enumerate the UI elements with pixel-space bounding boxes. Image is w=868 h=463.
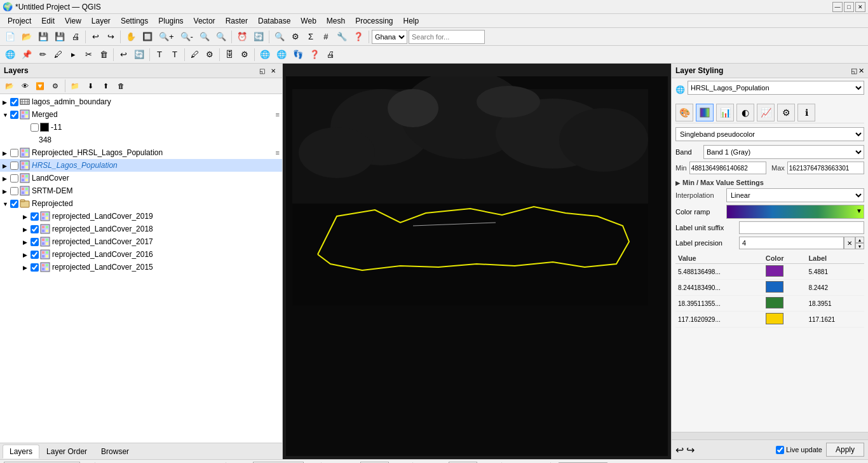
layer-visible-rephrsl[interactable] [10,149,18,157]
digitize-button[interactable]: ✏ [36,48,50,62]
refresh-button[interactable]: 🔄 [251,30,266,44]
color-table-color-3[interactable] [763,312,806,328]
cut-button[interactable]: ✂ [81,48,95,62]
undo-button[interactable]: ↩ [88,30,102,44]
search-input[interactable] [409,30,485,44]
layer-item-lc2019[interactable]: reprojected_LandCover_2019 [0,210,282,223]
save-as-button[interactable]: 💾 [52,30,67,44]
layer-visible-landcover[interactable] [10,174,18,183]
layer-visible-minus11[interactable] [31,123,39,132]
open-project-button[interactable]: 📂 [19,30,34,44]
layer-visible-lc2015[interactable] [31,263,39,272]
close-button[interactable]: ✕ [855,2,865,12]
layer-options-button[interactable]: ⚙ [48,79,62,92]
label2-button[interactable]: T [168,48,182,62]
label-precision-input[interactable] [739,237,844,249]
label-unit-suffix-input[interactable] [739,221,864,234]
plugin-button[interactable]: ⚙ [238,48,252,62]
layer-item-lc2018[interactable]: reprojected_LandCover_2018 [0,223,282,235]
color-table-color-1[interactable] [763,280,806,296]
maximize-button[interactable]: □ [844,2,854,12]
location-select[interactable]: Ghana [372,30,407,44]
layer-add-group-button[interactable]: 📁 [68,79,82,92]
layer-visible-lc2016[interactable] [31,251,39,259]
layer-item-hrsl[interactable]: HRSL_Lagos_Population [0,159,282,172]
info2-button[interactable]: ❓ [307,48,322,62]
layer-visible-lc2019[interactable] [31,212,39,221]
min-input[interactable] [689,162,766,174]
undo-style-button[interactable]: ↩ [675,444,684,456]
menu-raster[interactable]: Raster [220,15,253,27]
layer-item-348[interactable]: 348 [0,134,282,146]
menu-vector[interactable]: Vector [189,15,220,27]
save-project-button[interactable]: 💾 [36,30,51,44]
map-tips-button[interactable]: 🌐 [257,48,273,62]
menu-help[interactable]: Help [398,15,424,27]
select-button[interactable]: ▸ [66,48,80,62]
menu-layer[interactable]: Layer [86,15,116,27]
settings-button[interactable]: ⚙ [288,30,302,44]
layer-name-select[interactable]: HRSL_Lagos_Population [688,81,864,95]
styling-scrollbar-h[interactable] [672,432,868,439]
tab-layers[interactable]: Layers [3,445,39,459]
band-select[interactable]: Band 1 (Gray) [703,145,864,159]
menu-database[interactable]: Database [253,15,295,27]
time-button[interactable]: ⏰ [234,30,250,44]
map-canvas[interactable] [283,64,671,459]
pan-map-button[interactable]: 🔲 [140,30,155,44]
digitize2-button[interactable]: 🖊 [51,48,65,62]
minimize-button[interactable]: — [832,2,843,12]
menu-web[interactable]: Web [295,15,321,27]
zoom-full-button[interactable]: 🔍 [197,30,212,44]
layer-visible-lagos-admin[interactable] [10,98,18,106]
layer-item-landcover[interactable]: LandCover [0,172,282,184]
layer-visible-merged[interactable] [10,111,18,119]
layer-styling-float-button[interactable]: ◱ [851,67,857,75]
pin-button[interactable]: 📌 [19,48,34,62]
menu-project[interactable]: Project [3,15,36,27]
open-layer-button[interactable]: 📂 [3,79,17,92]
identify-button[interactable]: 🔍 [272,30,287,44]
menu-view[interactable]: View [60,15,86,27]
layer-visible-repgroup[interactable] [10,200,18,208]
menu-plugins[interactable]: Plugins [153,15,188,27]
style-singleband-button[interactable] [696,104,714,121]
zoom-selection-button[interactable]: 🔍 [214,30,229,44]
print2-button[interactable]: 🖨 [323,48,337,62]
print-button[interactable]: 🖨 [69,30,83,44]
color-table-color-0[interactable] [763,264,806,280]
web-button[interactable]: 🌐 [274,48,289,62]
merged-menu-button[interactable]: ≡ [276,111,280,118]
digitize3-button[interactable]: 🖊 [187,48,201,62]
layer-remove-button[interactable]: 🗑 [114,79,128,92]
layer-visible-srtm[interactable] [10,187,18,195]
gps-button[interactable]: 👣 [290,48,306,62]
label-precision-down-button[interactable]: ▼ [855,243,864,249]
redo-style-button[interactable]: ↪ [686,444,695,456]
apply-button[interactable]: Apply [826,443,864,457]
tab-layer-order[interactable]: Layer Order [39,445,94,459]
add-layer-button[interactable]: 👁 [18,79,32,92]
layer-item-lc2016[interactable]: reprojected_LandCover_2016 [0,248,282,261]
style-rendering-button[interactable]: ⚙ [777,104,795,121]
filter-layer-button[interactable]: 🔽 [33,79,47,92]
color-table-color-2[interactable] [763,296,806,312]
layer-collapse-button[interactable]: ⬆ [98,79,112,92]
layer-item-lc2015[interactable]: reprojected_LandCover_2015 [0,261,282,273]
menu-processing[interactable]: Processing [350,15,398,27]
label-button[interactable]: T [153,48,166,62]
rephrsl-menu-button[interactable]: ≡ [276,149,280,156]
globe-button[interactable]: 🌐 [3,48,18,62]
layer-item-lagos-admin[interactable]: lagos_admin_boundary [0,95,282,108]
zoom-in-button[interactable]: 🔍+ [156,30,177,44]
layer-item-lc2017[interactable]: reprojected_LandCover_2017 [0,235,282,248]
config-button[interactable]: ⚙ [203,48,217,62]
render-type-select[interactable]: Singleband pseudocolor [675,127,864,141]
menu-edit[interactable]: Edit [36,15,60,27]
color-ramp-display[interactable]: ▼ [726,205,864,219]
layer-visible-lc2017[interactable] [31,238,39,246]
layers-panel-float-button[interactable]: ◱ [257,66,267,76]
menu-mesh[interactable]: Mesh [322,15,350,27]
layer-item-reprojected-group[interactable]: Reprojected [0,197,282,210]
help-toolbar-button[interactable]: ❓ [351,30,366,44]
